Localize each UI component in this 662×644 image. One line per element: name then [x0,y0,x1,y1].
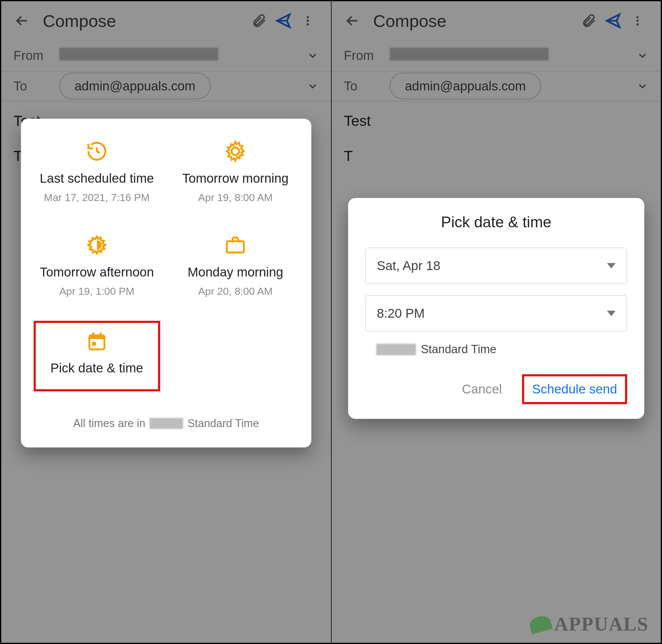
option-title: Monday morning [187,264,283,280]
option-tomorrow-afternoon[interactable]: Tomorrow afternoon Apr 19, 1:00 PM [34,227,160,306]
timezone-suffix: Standard Time [421,343,497,356]
dropdown-triangle-icon [607,263,616,269]
option-sub: Apr 20, 8:00 AM [198,285,273,298]
screenshot-right: Compose From To admin@appuals.com Tes [331,1,661,643]
picker-actions: Cancel Schedule send [365,374,627,404]
screenshot-left: Compose From To admin@appuals.com Tes [1,1,331,643]
watermark-text: APPUALS [554,613,648,636]
svg-rect-4 [227,242,244,253]
date-field[interactable]: Sat, Apr 18 [365,248,627,284]
cancel-button[interactable]: Cancel [455,376,509,402]
calendar-icon [86,330,108,353]
option-last-scheduled[interactable]: Last scheduled time Mar 17, 2021, 7:16 P… [34,133,160,212]
schedule-footer: All times are in Standard Time [34,417,299,430]
option-sub: Mar 17, 2021, 7:16 PM [44,191,150,204]
redacted-text [150,418,183,429]
option-pick-date-time[interactable]: Pick date & time [34,321,160,391]
svg-point-3 [232,147,239,155]
option-sub: Apr 19, 1:00 PM [59,285,134,298]
watermark: APPUALS [530,613,648,636]
svg-rect-7 [92,342,96,346]
time-value: 8:20 PM [377,306,424,321]
briefcase-icon [224,234,247,257]
date-value: Sat, Apr 18 [377,258,440,273]
history-clock-icon [86,140,108,164]
footer-prefix: All times are in [73,417,145,430]
option-monday-morning[interactable]: Monday morning Apr 20, 8:00 AM [172,227,299,306]
half-sun-icon [86,234,108,257]
picker-title: Pick date & time [365,213,627,231]
option-title: Pick date & time [50,360,143,376]
timezone-line: Standard Time [365,343,627,356]
option-tomorrow-morning[interactable]: Tomorrow morning Apr 19, 8:00 AM [172,133,299,212]
schedule-options-grid: Last scheduled time Mar 17, 2021, 7:16 P… [34,133,299,391]
schedule-send-card: Last scheduled time Mar 17, 2021, 7:16 P… [21,118,311,447]
redacted-text [376,344,416,355]
sun-gear-icon [224,140,247,164]
option-title: Last scheduled time [40,170,154,187]
option-title: Tomorrow afternoon [40,264,154,280]
svg-rect-6 [89,336,104,339]
watermark-icon [528,614,553,634]
option-title: Tomorrow morning [182,170,288,187]
option-sub: Apr 19, 8:00 AM [198,191,273,204]
dropdown-triangle-icon [607,311,616,316]
date-time-picker-card: Pick date & time Sat, Apr 18 8:20 PM Sta… [348,198,644,419]
schedule-send-button[interactable]: Schedule send [522,374,627,404]
time-field[interactable]: 8:20 PM [365,295,627,332]
footer-suffix: Standard Time [187,417,259,430]
